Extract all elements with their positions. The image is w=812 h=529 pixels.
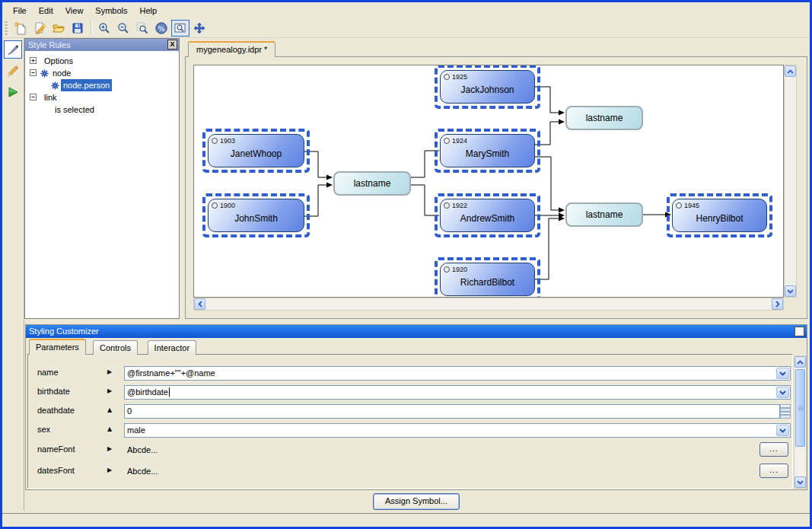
font-picker-button[interactable]: ... [759, 442, 788, 457]
menu-view[interactable]: View [59, 4, 90, 18]
person-node[interactable]: 1945HenryBilbot [672, 199, 767, 232]
zoom-area-icon[interactable] [133, 20, 151, 37]
brush-icon[interactable] [4, 40, 22, 59]
style-rules-tree: +Options−nodenode.person−linkis selected [25, 51, 179, 116]
expand-icon[interactable]: + [30, 57, 37, 64]
menu-help[interactable]: Help [134, 4, 164, 18]
scrollbar-thumb[interactable] [795, 369, 805, 447]
tree-item-label: Options [42, 55, 75, 67]
zoom-out-icon[interactable] [114, 20, 132, 37]
param-field-birthdate[interactable]: @birthdate [124, 385, 791, 400]
link-node[interactable]: lastname [565, 106, 643, 130]
close-icon[interactable]: X [167, 40, 177, 49]
collapse-icon[interactable]: − [30, 69, 37, 76]
person-node[interactable]: 1924MarySmith [440, 134, 535, 167]
tree-item-label: node.person [61, 79, 112, 91]
scroll-left-icon[interactable] [194, 298, 205, 310]
tree-item-label: is selected [53, 104, 97, 116]
canvas-vscrollbar[interactable] [784, 65, 797, 298]
tree-item-node[interactable]: −node [25, 67, 179, 79]
param-label-datesfont: datesFont [37, 466, 75, 475]
param-field-deathdate[interactable]: 0 [124, 404, 780, 419]
font-preview-datesfont: Abcde... [127, 467, 158, 476]
menu-bar: FileEditViewSymbolsHelp [2, 2, 810, 18]
person-node-body: 1945HenryBilbot [672, 199, 767, 232]
expand-arrow-icon[interactable]: ▶ [107, 467, 112, 473]
run-icon[interactable] [4, 83, 22, 101]
field-value: male [127, 425, 145, 435]
status-bar [2, 513, 810, 528]
param-field-name[interactable]: @firstname+""+@name [124, 366, 791, 381]
style-rules-titlebar: Style Rules X [25, 39, 179, 51]
scroll-right-icon[interactable] [772, 298, 783, 310]
param-field-sex[interactable]: male [124, 423, 791, 438]
person-node[interactable]: 1922AndrewSmith [440, 199, 535, 232]
menu-edit[interactable]: Edit [33, 4, 59, 18]
tab-controls[interactable]: Controls [93, 340, 138, 355]
wizard-icon[interactable] [30, 20, 49, 37]
tree-item-is-selected[interactable]: is selected [25, 104, 179, 116]
person-node-body: 1920RichardBilbot [440, 263, 535, 296]
param-label-birthdate: birthdate [37, 387, 70, 396]
menu-symbols[interactable]: Symbols [89, 4, 133, 18]
tab-interactor[interactable]: Interactor [148, 340, 196, 355]
person-node[interactable]: 1920RichardBilbot [440, 263, 535, 296]
spinner-down-icon[interactable] [780, 412, 791, 419]
save-icon[interactable] [68, 20, 87, 37]
toolbar-grip[interactable] [5, 21, 8, 35]
customizer-vscrollbar[interactable] [794, 355, 807, 489]
new-document-icon[interactable] [11, 20, 30, 37]
link-node[interactable]: lastname [565, 202, 643, 227]
tree-item-options[interactable]: +Options [25, 55, 179, 67]
dropdown-icon[interactable] [776, 387, 789, 398]
overview-icon[interactable] [171, 20, 189, 37]
person-node[interactable]: 1900JohnSmith [208, 199, 304, 232]
scroll-down-icon[interactable] [785, 285, 796, 297]
menu-file[interactable]: File [7, 4, 33, 18]
toolbar-separator [91, 21, 92, 35]
scroll-up-icon[interactable] [794, 356, 806, 368]
zoom-percent-icon[interactable]: % [152, 20, 170, 37]
person-node-body: 1900JohnSmith [208, 199, 304, 232]
link-node[interactable]: lastname [333, 171, 411, 196]
expand-arrow-icon[interactable]: ▶ [107, 368, 112, 375]
person-name: JohnSmith [209, 206, 304, 231]
collapse-icon[interactable]: − [30, 94, 37, 100]
param-label-name: name [37, 368, 59, 377]
pan-icon[interactable] [190, 20, 209, 37]
collapse-arrow-icon[interactable]: ▲ [107, 406, 112, 413]
assign-symbol-button[interactable]: Assign Symbol... [373, 493, 460, 510]
diagram-canvas[interactable]: lastnamelastnamelastname1925JackJohnson1… [193, 65, 784, 298]
person-node[interactable]: 1903JanetWhoop [208, 134, 304, 167]
main-toolbar: % [2, 18, 810, 38]
tree-item-node-person[interactable]: node.person [25, 79, 179, 91]
person-node[interactable]: 1925JackJohnson [440, 70, 535, 104]
close-icon[interactable]: X [794, 327, 804, 336]
styling-customizer-panel: Styling Customizer X name▶@firstname+""+… [25, 324, 807, 490]
scroll-down-icon[interactable] [794, 476, 806, 488]
dropdown-icon[interactable] [776, 368, 789, 379]
open-folder-icon[interactable] [49, 20, 68, 37]
tree-item-link[interactable]: −link [25, 91, 179, 104]
zoom-in-icon[interactable] [95, 20, 113, 37]
rule-gear-icon [40, 69, 49, 77]
rule-gear-icon [51, 81, 59, 89]
dropdown-icon[interactable] [776, 425, 789, 436]
styling-customizer-titlebar: Styling Customizer X [26, 325, 807, 338]
tab-parameters[interactable]: Parameters [29, 339, 86, 355]
collapse-arrow-icon[interactable]: ▲ [107, 425, 112, 432]
field-value: @firstname+""+@name [127, 368, 215, 378]
pencil-icon[interactable] [4, 62, 22, 80]
text-caret [169, 387, 170, 397]
spinner-control[interactable] [780, 404, 791, 419]
spinner-up-icon[interactable] [780, 404, 791, 412]
document-tab[interactable]: mygenealogy.idpr * [188, 41, 275, 57]
scroll-up-icon[interactable] [785, 65, 796, 77]
canvas-hscrollbar[interactable] [193, 298, 784, 311]
style-rules-panel: Style Rules X +Options−nodenode.person−l… [24, 38, 180, 319]
style-rules-title: Style Rules [28, 40, 71, 49]
person-name: JanetWhoop [209, 141, 304, 167]
expand-arrow-icon[interactable]: ▶ [107, 445, 112, 452]
expand-arrow-icon[interactable]: ▶ [107, 387, 112, 394]
font-picker-button[interactable]: ... [759, 464, 788, 478]
